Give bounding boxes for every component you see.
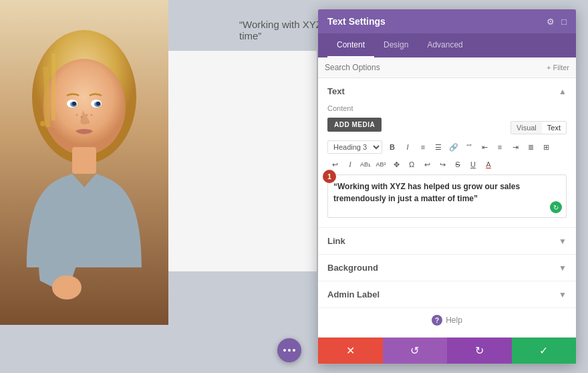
svg-rect-3 bbox=[72, 147, 96, 174]
panel-footer: ✕ ↺ ↻ ✓ bbox=[318, 337, 576, 364]
section-background: Background ▼ bbox=[318, 255, 576, 281]
svg-point-11 bbox=[40, 121, 45, 126]
section-link-title: Link bbox=[327, 236, 345, 246]
tab-content[interactable]: Content bbox=[327, 33, 374, 57]
visual-button[interactable]: Visual bbox=[511, 122, 542, 134]
search-input[interactable] bbox=[325, 63, 543, 72]
help-bar: ? Help bbox=[318, 308, 576, 332]
text-button[interactable]: Text bbox=[542, 122, 566, 134]
ordered-list-button[interactable]: ☰ bbox=[431, 140, 446, 154]
text-settings-panel: Text Settings ⚙ □ Content Design Advance… bbox=[318, 9, 576, 364]
section-background-arrow: ▼ bbox=[559, 263, 567, 273]
svg-point-15 bbox=[91, 114, 93, 116]
text-color-button[interactable]: A bbox=[481, 157, 496, 172]
editor-text[interactable]: “Working with XYZ has helped us grow our… bbox=[333, 180, 561, 205]
panel-title: Text Settings bbox=[327, 16, 386, 27]
tab-advanced[interactable]: Advanced bbox=[418, 33, 472, 57]
align-center-button[interactable]: ≡ bbox=[492, 140, 507, 154]
blockquote-button[interactable]: “” bbox=[462, 140, 476, 154]
fab-dot-2 bbox=[288, 349, 291, 352]
content-area bbox=[168, 51, 317, 271]
section-link-arrow: ▼ bbox=[559, 237, 567, 246]
fab-dot-3 bbox=[293, 349, 295, 352]
redo2-button[interactable]: ↪ bbox=[435, 157, 450, 172]
italic-button[interactable]: I bbox=[400, 140, 415, 154]
align-left-button[interactable]: ⇤ bbox=[477, 140, 492, 154]
refresh-icon[interactable]: ↻ bbox=[550, 201, 562, 213]
help-icon[interactable]: ? bbox=[432, 315, 442, 326]
section-admin-label-arrow: ▼ bbox=[559, 290, 567, 299]
table-button[interactable]: ⊞ bbox=[539, 140, 553, 154]
subscript-button[interactable]: AB₁ bbox=[358, 157, 373, 172]
redo-footer-button[interactable]: ↻ bbox=[447, 338, 512, 364]
photo-area bbox=[0, 0, 168, 325]
fab-dots bbox=[283, 349, 295, 352]
svg-point-14 bbox=[86, 114, 88, 116]
toolbar-row-3: ↩ I AB₁ AB² ✥ Ω ↩ ↪ S U A bbox=[327, 157, 567, 172]
section-admin-label-title: Admin Label bbox=[327, 289, 380, 299]
undo-footer-button[interactable]: ↺ bbox=[383, 338, 448, 364]
unordered-list-button[interactable]: ≡ bbox=[416, 140, 430, 154]
filter-button[interactable]: + Filter bbox=[547, 64, 569, 72]
cancel-button[interactable]: ✕ bbox=[318, 338, 383, 364]
special-char-button[interactable]: Ω bbox=[404, 157, 419, 172]
fab-dot-1 bbox=[283, 349, 286, 352]
editor-toolbar-top: ADD MEDIA Visual Text bbox=[327, 118, 567, 137]
panel-header: Text Settings ⚙ □ bbox=[318, 9, 576, 33]
link-button[interactable]: 🔗 bbox=[446, 140, 461, 154]
section-text-title: Text bbox=[327, 86, 345, 96]
visual-text-toggle: Visual Text bbox=[510, 121, 567, 134]
section-admin-label-header[interactable]: Admin Label ▼ bbox=[318, 281, 576, 307]
fullscreen-button[interactable]: ✥ bbox=[389, 157, 404, 172]
search-bar: + Filter bbox=[318, 57, 576, 78]
section-background-title: Background bbox=[327, 263, 378, 273]
add-media-button[interactable]: ADD MEDIA bbox=[327, 118, 382, 132]
expand-icon[interactable]: □ bbox=[561, 17, 567, 27]
fab-button[interactable] bbox=[277, 338, 301, 362]
settings-icon[interactable]: ⚙ bbox=[547, 17, 555, 27]
save-button[interactable]: ✓ bbox=[512, 338, 577, 364]
panel-body: Text ▲ Content ADD MEDIA Visual Text bbox=[318, 78, 576, 337]
editor-area[interactable]: 1 “Working with XYZ has helped us grow o… bbox=[327, 174, 567, 218]
svg-point-12 bbox=[76, 114, 78, 116]
superscript-button[interactable]: AB² bbox=[374, 157, 388, 172]
section-link: Link ▼ bbox=[318, 228, 576, 255]
align-justify-button[interactable]: ≣ bbox=[523, 140, 538, 154]
section-admin-label: Admin Label ▼ bbox=[318, 281, 576, 308]
svg-point-7 bbox=[72, 102, 76, 106]
section-text: Text ▲ Content ADD MEDIA Visual Text bbox=[318, 78, 576, 228]
align-right-button[interactable]: ⇥ bbox=[508, 140, 523, 154]
bold-button[interactable]: B bbox=[385, 140, 400, 154]
italic2-button[interactable]: I bbox=[343, 157, 357, 172]
redo-button[interactable]: ↩ bbox=[420, 157, 434, 172]
help-label[interactable]: Help bbox=[446, 316, 462, 325]
section-text-header[interactable]: Text ▲ bbox=[318, 78, 576, 104]
panel-header-icons: ⚙ □ bbox=[547, 17, 567, 27]
section-text-arrow: ▲ bbox=[559, 87, 567, 96]
underline-button[interactable]: U bbox=[466, 157, 480, 172]
photo-placeholder bbox=[0, 0, 168, 325]
tab-design[interactable]: Design bbox=[374, 33, 418, 57]
content-label: Content bbox=[327, 104, 567, 112]
section-text-content: Content ADD MEDIA Visual Text Heading 3 … bbox=[318, 104, 576, 227]
toolbar-row-2: Heading 3 Heading 1 Heading 2 Paragraph … bbox=[327, 140, 567, 154]
section-link-header[interactable]: Link ▼ bbox=[318, 228, 576, 254]
editor-badge: 1 bbox=[323, 170, 336, 183]
svg-point-10 bbox=[96, 102, 100, 106]
svg-point-4 bbox=[52, 275, 82, 299]
svg-point-13 bbox=[81, 116, 83, 118]
panel-tabs: Content Design Advanced bbox=[318, 33, 576, 57]
heading-select[interactable]: Heading 3 Heading 1 Heading 2 Paragraph bbox=[327, 140, 382, 154]
strikethrough-button[interactable]: S bbox=[450, 157, 465, 172]
section-background-header[interactable]: Background ▼ bbox=[318, 255, 576, 281]
